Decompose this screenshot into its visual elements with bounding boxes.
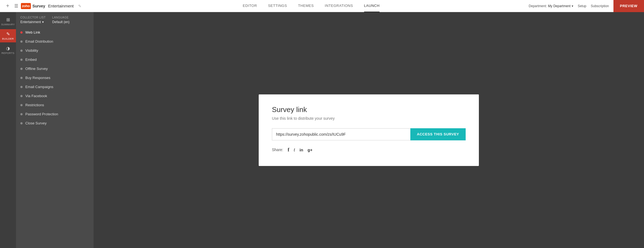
add-button[interactable]: +: [4, 3, 12, 9]
sidebar-item-restrictions[interactable]: Restrictions: [16, 100, 94, 110]
main-layout: ⊞ SUMMARY ✎ BUILDER ◑ REPORTS Collector …: [0, 12, 644, 248]
visibility-dot: [20, 50, 23, 52]
modal-subtitle: Use this link to distribute your survey: [272, 116, 466, 121]
web-link-label: Web Link: [25, 30, 40, 34]
language-group: Language Default (en): [52, 16, 70, 24]
via-facebook-dot: [20, 95, 23, 97]
builder-icon: ✎: [6, 31, 10, 37]
logo-area: zoho Survey: [21, 3, 45, 9]
access-survey-button[interactable]: ACCESS THIS SURVEY: [410, 128, 466, 140]
sidebar-header: Collector List Entertainment ▾ Language …: [16, 16, 94, 28]
sidebar-item-summary[interactable]: ⊞ SUMMARY: [0, 15, 16, 28]
dept-chevron-icon[interactable]: ▾: [572, 4, 573, 8]
embed-dot: [20, 59, 23, 61]
collector-value[interactable]: Entertainment ▾: [20, 20, 46, 24]
sidebar-item-embed[interactable]: Embed: [16, 55, 94, 64]
sidebar-item-reports[interactable]: ◑ REPORTS: [0, 43, 16, 57]
modal-overlay: Survey link Use this link to distribute …: [94, 12, 644, 248]
department-area: Department: My Department ▾: [529, 4, 573, 8]
survey-link-input[interactable]: [272, 128, 410, 140]
tab-editor[interactable]: EDITOR: [243, 0, 257, 12]
sidebar: Collector List Entertainment ▾ Language …: [16, 12, 94, 248]
sidebar-item-offline-survey[interactable]: Offline Survey: [16, 64, 94, 73]
sidebar-item-visibility[interactable]: Visibility: [16, 46, 94, 55]
top-nav: + ☰ zoho Survey Entertainment ✎ EDITOR S…: [0, 0, 644, 12]
tab-integrations[interactable]: INTEGRATIONS: [325, 0, 353, 12]
linkedin-share-icon[interactable]: in: [299, 148, 303, 152]
app-name: Survey: [32, 4, 45, 8]
close-survey-label: Close Survey: [25, 121, 47, 125]
buy-responses-dot: [20, 77, 23, 79]
email-campaigns-label: Email Campaigns: [25, 85, 53, 89]
collector-label: Collector List: [20, 16, 46, 19]
preview-button[interactable]: PREVIEW: [613, 0, 644, 12]
edit-icon[interactable]: ✎: [78, 4, 81, 8]
visibility-label: Visibility: [25, 48, 38, 53]
dept-name[interactable]: My Department: [548, 4, 571, 8]
tab-themes[interactable]: THEMES: [298, 0, 314, 12]
summary-icon: ⊞: [6, 17, 10, 22]
sidebar-item-builder[interactable]: ✎ BUILDER: [0, 29, 16, 42]
sidebar-item-via-facebook[interactable]: Via Facebook: [16, 91, 94, 100]
tab-settings[interactable]: SETTINGS: [268, 0, 287, 12]
language-value: Default (en): [52, 20, 70, 24]
sidebar-item-close-survey[interactable]: Close Survey: [16, 119, 94, 128]
sidebar-item-email-distribution[interactable]: Email Distribution: [16, 37, 94, 46]
close-survey-dot: [20, 122, 23, 124]
icon-bar: ⊞ SUMMARY ✎ BUILDER ◑ REPORTS: [0, 12, 16, 248]
email-distribution-label: Email Distribution: [25, 39, 53, 43]
setup-link[interactable]: Setup: [578, 4, 586, 8]
top-nav-right: Department: My Department ▾ Setup Subscr…: [529, 0, 644, 12]
logo-text: zoho: [22, 4, 30, 8]
sidebar-item-buy-responses[interactable]: Buy Responses: [16, 73, 94, 82]
password-protection-label: Password Protection: [25, 112, 58, 116]
restrictions-dot: [20, 104, 23, 106]
tab-launch[interactable]: LAUNCH: [364, 0, 380, 12]
password-protection-dot: [20, 113, 23, 115]
restrictions-label: Restrictions: [25, 103, 44, 107]
top-nav-tabs: EDITOR SETTINGS THEMES INTEGRATIONS LAUN…: [94, 0, 529, 12]
logo-box: zoho: [21, 3, 31, 9]
embed-label: Embed: [25, 58, 37, 62]
dept-label: Department:: [529, 4, 547, 8]
content-area: Survey link Use this link to distribute …: [94, 12, 644, 248]
sidebar-item-password-protection[interactable]: Password Protection: [16, 110, 94, 119]
email-distribution-dot: [20, 40, 23, 43]
modal-title: Survey link: [272, 105, 466, 114]
via-facebook-label: Via Facebook: [25, 94, 47, 98]
offline-survey-dot: [20, 68, 23, 70]
collector-group: Collector List Entertainment ▾: [20, 16, 46, 24]
sidebar-item-web-link[interactable]: Web Link: [16, 28, 94, 37]
modal-share-row: Share: f t in g+: [272, 147, 466, 153]
top-nav-left: + ☰ zoho Survey Entertainment ✎: [0, 3, 94, 9]
collector-chevron-icon: ▾: [42, 20, 44, 24]
survey-title: Entertainment: [48, 4, 73, 8]
web-link-dot: [20, 31, 23, 34]
subscription-link[interactable]: Subscription: [591, 4, 609, 8]
offline-survey-label: Offline Survey: [25, 67, 48, 71]
modal-link-row: ACCESS THIS SURVEY: [272, 128, 466, 140]
list-icon[interactable]: ☰: [14, 3, 18, 9]
sidebar-item-email-campaigns[interactable]: Email Campaigns: [16, 82, 94, 91]
twitter-share-icon[interactable]: t: [294, 147, 295, 153]
reports-icon: ◑: [6, 46, 10, 51]
survey-link-modal: Survey link Use this link to distribute …: [259, 94, 479, 166]
language-label: Language: [52, 16, 70, 19]
share-label: Share:: [272, 148, 283, 152]
email-campaigns-dot: [20, 86, 23, 88]
facebook-share-icon[interactable]: f: [288, 147, 289, 153]
buy-responses-label: Buy Responses: [25, 76, 50, 80]
googleplus-share-icon[interactable]: g+: [308, 148, 313, 152]
